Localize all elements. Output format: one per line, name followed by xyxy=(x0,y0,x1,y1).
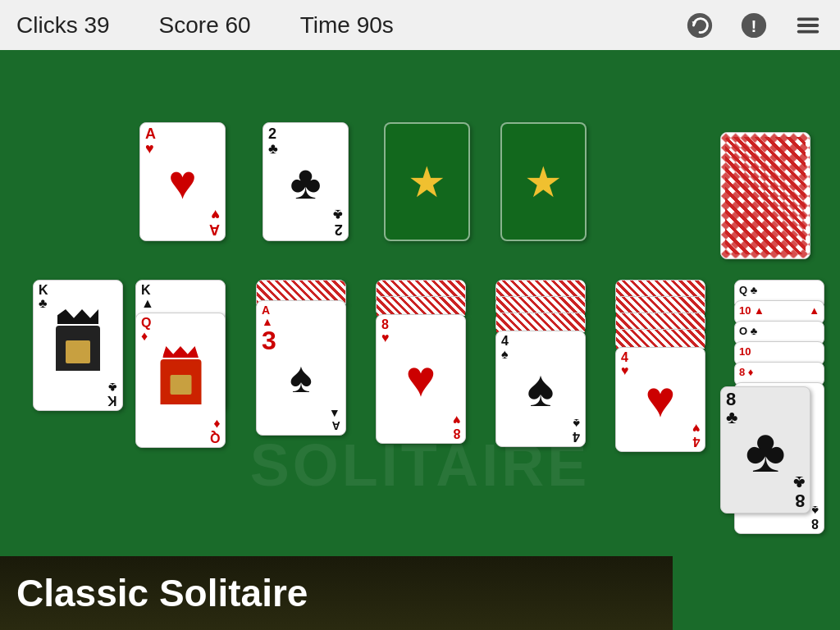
card-rank-top: K▲ xyxy=(141,284,154,310)
card-col3-face[interactable]: A▲ 3 ♠ A▲ xyxy=(256,300,346,436)
card-suit-center: ♥ xyxy=(406,354,436,404)
card-queen-diamonds[interactable]: Q♦ Q♦ xyxy=(135,313,226,448)
card-rank-bottom: Q♦ xyxy=(210,418,220,444)
foundation-slot-1[interactable]: ★ xyxy=(384,122,470,241)
waste-card-8-clubs[interactable]: 8♣ ♣ 8♣ xyxy=(720,386,810,514)
card-rank-bottom: 8♥ xyxy=(453,413,461,440)
card-rank-bottom: 4♥ xyxy=(692,422,701,448)
card-rank-bottom: K♣ xyxy=(107,381,117,407)
card-rank-top: 2♣ xyxy=(268,126,278,156)
star-icon: ★ xyxy=(408,158,446,207)
card-rank-bottom: A♥ xyxy=(209,208,220,237)
time-stat: Time 90s xyxy=(300,12,394,39)
header-icons: ! xyxy=(684,10,824,41)
card-rank-bottom: 2♣ xyxy=(333,208,343,237)
card-rank-bottom: 4♠ xyxy=(573,417,580,443)
card-4-spades[interactable]: 4♠ ♠ 4♠ xyxy=(495,331,586,447)
card-rank-top: K♣ xyxy=(39,284,48,310)
clicks-stat: Clicks 39 xyxy=(16,12,110,39)
card-rank-top: Q♦ xyxy=(141,317,151,343)
score-stat: Score 60 xyxy=(159,12,251,39)
svg-rect-6 xyxy=(797,30,819,33)
card-rank-bottom: 8♣ xyxy=(793,473,805,509)
draw-pile[interactable] xyxy=(720,132,810,259)
foundation-slot-2[interactable]: ★ xyxy=(500,122,587,241)
card-4-hearts[interactable]: 4♥ ♥ 4♥ xyxy=(615,347,705,452)
game-banner: Classic Solitaire xyxy=(0,556,673,630)
card-suit-center: ♠ xyxy=(527,363,555,414)
header: Clicks 39 Score 60 Time 90s ! xyxy=(0,0,840,50)
svg-rect-8 xyxy=(721,133,810,258)
card-rank-bottom: A▲ xyxy=(329,409,340,431)
card-king-clubs[interactable]: K♣ K♣ xyxy=(33,280,123,411)
card-suit-center: ♥ xyxy=(168,158,196,206)
star-icon: ★ xyxy=(524,158,563,207)
card-ace-hearts[interactable]: A♥ ♥ A♥ xyxy=(139,122,226,241)
card-rank-top: A▲ xyxy=(262,304,273,327)
game-area: SOLITAIRE ★ ★ A♥ ♥ A♥ 2♣ ♣ 2♣ K♣ K♣ K▲ xyxy=(0,50,840,630)
card-rank-top: A♥ xyxy=(145,126,156,156)
card-rank-top: 4♠ xyxy=(501,335,509,361)
undo-icon[interactable] xyxy=(684,10,715,41)
card-rank-top: 4♥ xyxy=(621,351,629,377)
banner-text: Classic Solitaire xyxy=(16,571,308,615)
card-rank-top: 8♣ xyxy=(726,390,737,427)
card-suit-center: ♣ xyxy=(745,419,785,481)
svg-text:!: ! xyxy=(751,16,757,34)
svg-rect-4 xyxy=(797,17,819,21)
card-rank-bottom: 8♠ xyxy=(811,504,819,530)
card-suit-center: ♥ xyxy=(646,374,676,425)
warning-icon[interactable]: ! xyxy=(738,10,769,41)
svg-rect-5 xyxy=(797,24,819,27)
card-2-clubs[interactable]: 2♣ ♣ 2♣ xyxy=(262,122,349,241)
menu-icon[interactable] xyxy=(792,10,824,41)
card-rank-top: 8♥ xyxy=(381,318,390,345)
card-8-hearts[interactable]: 8♥ ♥ 8♥ xyxy=(376,314,466,444)
card-suit-center: ♣ xyxy=(290,158,321,206)
